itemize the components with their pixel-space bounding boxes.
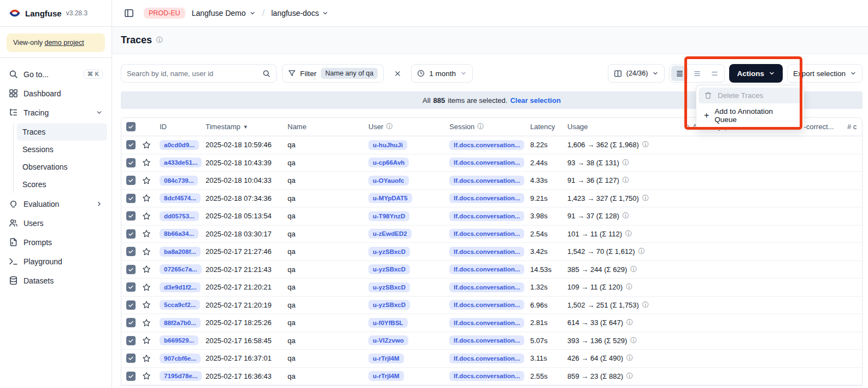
trace-id-badge[interactable]: 8b66a34... <box>160 229 198 239</box>
row-checkbox[interactable] <box>121 176 142 185</box>
header-name[interactable]: Name <box>288 123 368 131</box>
trace-id-badge[interactable]: 7195d78e... <box>160 371 202 381</box>
trace-id-badge[interactable]: b669529... <box>160 335 198 345</box>
user-badge[interactable]: u-yzSBxcD <box>368 300 410 310</box>
row-height-medium-button[interactable] <box>689 66 705 81</box>
sidebar-item-scores[interactable]: Scores <box>17 176 107 193</box>
timerange-selector[interactable]: 1 month <box>411 64 473 83</box>
session-badge[interactable]: lf.docs.conversation... <box>449 371 524 381</box>
table-row[interactable]: 8b66a34...2025-02-18 03:30:17qau-zEwdED2… <box>121 225 862 244</box>
user-badge[interactable]: u-zEwdED2 <box>368 229 412 239</box>
sidebar-toggle-button[interactable] <box>121 5 137 21</box>
project-selector[interactable]: langfuse-docs <box>271 9 329 18</box>
sidebar-item-goto[interactable]: Go to... ⌘ K <box>4 65 107 84</box>
trace-id-badge[interactable]: ba8a208f... <box>160 247 201 257</box>
header-session[interactable]: Session ⓘ <box>449 122 530 131</box>
header-latency[interactable]: Latency <box>530 123 567 131</box>
user-badge[interactable]: u-cp66Avh <box>368 158 409 167</box>
bookmark-star-button[interactable] <box>142 158 160 167</box>
session-badge[interactable]: lf.docs.conversation... <box>449 318 524 328</box>
sidebar-item-users[interactable]: Users <box>4 213 107 233</box>
header-timestamp[interactable]: Timestamp ▼ <box>206 123 288 131</box>
sidebar-item-evaluation[interactable]: Evaluation <box>4 194 107 213</box>
session-badge[interactable]: lf.docs.conversation... <box>449 264 524 274</box>
header-user[interactable]: User ⓘ <box>368 122 449 131</box>
trace-id-badge[interactable]: dd05753... <box>160 211 199 221</box>
session-badge[interactable]: lf.docs.conversation... <box>449 158 524 167</box>
export-selection-button[interactable]: Export selection <box>787 64 863 83</box>
session-badge[interactable]: lf.docs.conversation... <box>449 176 524 186</box>
bookmark-star-button[interactable] <box>142 247 160 256</box>
sidebar-item-prompts[interactable]: Prompts <box>4 233 107 252</box>
header-truncated-column[interactable]: # c <box>847 123 862 131</box>
row-checkbox[interactable] <box>121 194 142 203</box>
bookmark-star-button[interactable] <box>142 283 160 292</box>
bookmark-star-button[interactable] <box>142 229 160 238</box>
table-row[interactable]: d3e9d1f2...2025-02-17 21:20:21qau-yzSBxc… <box>121 279 862 297</box>
row-checkbox[interactable] <box>121 229 142 239</box>
actions-button[interactable]: Actions <box>729 64 783 83</box>
table-row[interactable]: 084c739...2025-02-18 10:04:33qau-OYauofc… <box>121 172 862 190</box>
bookmark-star-button[interactable] <box>142 300 160 309</box>
sidebar-item-dashboard[interactable]: Dashboard <box>4 84 107 103</box>
trace-id-badge[interactable]: 88f2a7b0... <box>160 318 201 328</box>
bookmark-star-button[interactable] <box>142 354 160 363</box>
trace-id-badge[interactable]: a0cd0d9... <box>160 140 199 150</box>
trace-id-badge[interactable]: 8dcf4574... <box>160 193 201 203</box>
session-badge[interactable]: lf.docs.conversation... <box>449 335 524 345</box>
sidebar-item-sessions[interactable]: Sessions <box>17 141 107 158</box>
session-badge[interactable]: lf.docs.conversation... <box>449 211 524 221</box>
table-row[interactable]: 907cbf6e...2025-02-17 16:37:01qau-rTrjI4… <box>121 350 862 368</box>
bookmark-star-button[interactable] <box>142 372 160 380</box>
select-all-checkbox[interactable] <box>121 122 142 131</box>
column-visibility-button[interactable]: (24/36) <box>608 64 665 83</box>
user-badge[interactable]: u-yzSBxcD <box>368 264 410 274</box>
header-id[interactable]: ID <box>160 123 206 131</box>
sidebar-item-observations[interactable]: Observations <box>17 158 107 176</box>
user-badge[interactable]: u-rTrjI4M <box>368 354 404 363</box>
filter-button[interactable]: Filter Name any of qa <box>282 64 384 83</box>
search-input[interactable] <box>127 70 253 78</box>
row-checkbox[interactable] <box>121 140 142 149</box>
bookmark-star-button[interactable] <box>142 212 160 221</box>
trace-id-badge[interactable]: 5cca9cf2... <box>160 300 200 310</box>
sidebar-item-playground[interactable]: Playground <box>4 252 107 271</box>
clear-selection-link[interactable]: Clear selection <box>510 96 561 105</box>
header-usage[interactable]: Usage <box>567 123 684 131</box>
bookmark-star-button[interactable] <box>142 176 160 185</box>
session-badge[interactable]: lf.docs.conversation... <box>449 193 524 203</box>
trace-id-badge[interactable]: a433de51... <box>160 158 202 167</box>
session-badge[interactable]: lf.docs.conversation... <box>449 140 524 150</box>
row-height-small-button[interactable] <box>671 66 688 81</box>
search-icon[interactable] <box>262 70 271 78</box>
row-checkbox[interactable] <box>121 282 142 292</box>
user-badge[interactable]: u-huJhuJi <box>368 140 407 150</box>
table-row[interactable]: b669529...2025-02-17 16:58:45qau-VIZzvwo… <box>121 332 862 350</box>
row-checkbox[interactable] <box>121 247 142 256</box>
session-badge[interactable]: lf.docs.conversation... <box>449 354 524 363</box>
trace-id-badge[interactable]: 084c739... <box>160 176 198 186</box>
session-badge[interactable]: lf.docs.conversation... <box>449 247 524 257</box>
user-badge[interactable]: u-rTrjI4M <box>368 371 404 381</box>
row-checkbox[interactable] <box>121 211 142 221</box>
menu-item-add-to-annotation-queue[interactable]: + Add to Annotation Queue <box>699 103 801 128</box>
row-checkbox[interactable] <box>121 372 142 381</box>
row-height-large-button[interactable] <box>706 66 723 81</box>
user-badge[interactable]: u-T98YnzD <box>368 211 409 221</box>
table-row[interactable]: a0cd0d9...2025-02-18 10:59:46qau-huJhuJi… <box>121 136 862 154</box>
user-badge[interactable]: u-yzSBxcD <box>368 282 410 292</box>
bookmark-star-button[interactable] <box>142 194 160 202</box>
bookmark-star-button[interactable] <box>142 318 160 327</box>
table-row[interactable]: 7195d78e...2025-02-17 16:36:43qau-rTrjI4… <box>121 368 862 386</box>
trace-id-badge[interactable]: 07265c7a... <box>160 264 202 274</box>
bookmark-star-button[interactable] <box>142 141 160 149</box>
user-badge[interactable]: u-yzSBxcD <box>368 247 410 257</box>
table-row[interactable]: a433de51...2025-02-18 10:43:39qau-cp66Av… <box>121 154 862 172</box>
table-row[interactable]: 8dcf4574...2025-02-18 07:34:36qau-MYpDAT… <box>121 190 862 208</box>
sidebar-item-tracing[interactable]: Tracing <box>4 103 107 122</box>
table-row[interactable]: 07265c7a...2025-02-17 21:21:43qau-yzSBxc… <box>121 261 862 279</box>
table-row[interactable]: dd05753...2025-02-18 05:13:54qau-T98YnzD… <box>121 207 862 225</box>
row-checkbox[interactable] <box>121 300 142 310</box>
sidebar-item-traces[interactable]: Traces <box>17 123 107 141</box>
bookmark-star-button[interactable] <box>142 265 160 274</box>
